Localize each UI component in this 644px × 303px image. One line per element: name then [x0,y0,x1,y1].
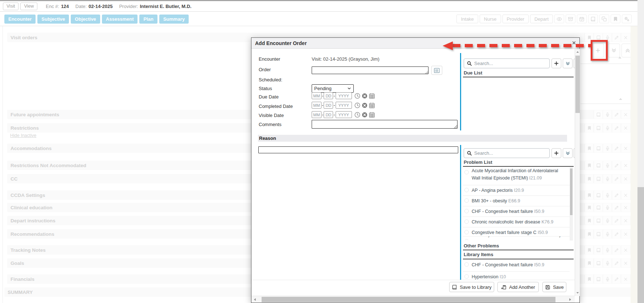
book-button[interactable] [594,124,603,132]
stage-button-nurse[interactable]: Nurse [480,15,501,23]
x-button[interactable] [621,275,630,283]
x-button[interactable] [621,216,630,225]
bookmark-button[interactable] [584,124,594,132]
visible-date-day[interactable] [324,111,333,118]
order-lookup-button[interactable] [431,66,442,75]
tab-subjective[interactable]: Subjective [37,15,69,24]
microphone-button[interactable] [603,259,612,267]
bookmark-button[interactable] [584,174,594,183]
x-button[interactable] [621,191,630,199]
pencil-button[interactable] [612,161,621,170]
completed-date-month[interactable] [312,102,321,109]
book-button[interactable] [594,275,603,283]
book-button[interactable] [594,203,603,212]
x-button[interactable] [621,110,630,119]
scroll-up-icon[interactable] [576,50,579,54]
pencil-button[interactable] [612,203,621,212]
problem-add-button[interactable] [551,148,561,158]
problem-search-input[interactable] [474,150,543,156]
x-button[interactable] [621,33,630,42]
order-resize-grip[interactable] [425,70,428,74]
microphone-button[interactable] [603,124,612,132]
problem-radio[interactable] [464,188,469,192]
pencil-button[interactable] [612,259,621,267]
visit-button[interactable]: Visit [3,3,19,10]
problem-list-scrollbar-thumb[interactable] [570,169,573,215]
save-to-library-button[interactable]: Save to Library [449,282,494,292]
due-search-input[interactable] [474,61,543,66]
bookmark-button[interactable] [584,275,594,283]
pencil-button[interactable] [612,216,621,225]
problem-item[interactable]: Chronic nonalcoholic liver disease K76.9 [463,217,563,227]
problem-radio[interactable] [464,198,469,203]
pencil-button[interactable] [612,275,621,283]
clock-icon[interactable] [354,102,361,109]
bookmark-button[interactable] [584,191,594,199]
microphone-button[interactable] [603,174,612,183]
pencil-button[interactable] [612,230,621,238]
microphone-button[interactable] [603,191,612,199]
dialog-hscrollbar-thumb[interactable] [262,297,555,302]
book-button[interactable] [594,161,603,170]
comments-input[interactable] [312,120,458,129]
pencil-button[interactable] [612,124,621,132]
scroll-down-icon[interactable] [576,291,579,295]
tab-plan[interactable]: Plan [139,15,157,24]
bookmark-button[interactable] [584,161,594,170]
bookmark-button[interactable] [584,144,594,153]
hide-inactive-link[interactable]: Hide Inactive [10,133,36,138]
due-date-day[interactable] [324,92,333,99]
x-button[interactable] [621,246,630,254]
visible-date-month[interactable] [312,111,321,118]
book-button[interactable] [588,15,598,23]
reason-input[interactable] [258,146,458,153]
scroll-left-icon[interactable] [253,298,257,302]
problem-item[interactable]: Coronary Atherosclerosis of Native Coron… [463,237,563,240]
x-button[interactable] [621,174,630,183]
bookmark-button[interactable] [584,246,594,254]
microphone-button[interactable] [603,203,612,212]
microphone-button[interactable] [603,216,612,225]
tab-assessment[interactable]: Assessment [102,15,138,24]
bookmark-button[interactable] [584,216,594,225]
triangle-up-icon[interactable] [618,97,623,101]
microphone-button[interactable] [603,275,612,283]
stage-button-depart[interactable]: Depart [530,15,553,23]
bookmark-button[interactable] [584,203,594,212]
pencil-button[interactable] [612,191,621,199]
problem-item[interactable]: AP - Angina pectoris I20.9 [463,185,563,195]
problem-radio[interactable] [464,239,469,240]
order-input[interactable] [312,66,428,74]
problem-list-scrollbar[interactable] [570,167,573,241]
problem-radio[interactable] [464,170,469,174]
clock-icon[interactable] [354,93,361,99]
due-add-button[interactable] [551,58,561,68]
calendar-check-button[interactable] [577,15,587,23]
bookmark-button[interactable] [611,15,620,23]
book-button[interactable] [594,230,603,238]
tab-objective[interactable]: Objective [71,15,100,24]
microphone-button[interactable] [603,110,612,119]
stage-button-provider[interactable]: Provider [503,15,529,23]
library-item-radio[interactable] [464,274,469,279]
add-another-button[interactable]: Add Another [497,282,539,292]
x-button[interactable] [621,259,630,267]
book-button[interactable] [594,174,603,183]
book-button[interactable] [594,191,603,199]
calendar-icon[interactable] [369,112,375,118]
problem-radio[interactable] [464,230,469,234]
problem-expand-button[interactable] [563,148,573,158]
library-item[interactable]: CHF - Congestive heart failure I50.9 [463,260,563,270]
eye-button[interactable] [554,15,564,23]
bookmark-button[interactable] [584,259,594,267]
scroll-right-icon[interactable] [568,298,572,302]
page-scrollbar-thumb[interactable] [637,187,644,303]
problem-item[interactable]: Acute Myocardial Infarction of Anterolat… [463,167,563,184]
pencil-button[interactable] [612,110,621,119]
save-button[interactable]: Save [542,282,566,292]
problem-radio[interactable] [464,209,469,213]
copy-button[interactable] [599,15,609,23]
bookmark-button[interactable] [584,230,594,238]
visible-date-year[interactable] [336,111,352,118]
x-button[interactable] [621,124,630,132]
